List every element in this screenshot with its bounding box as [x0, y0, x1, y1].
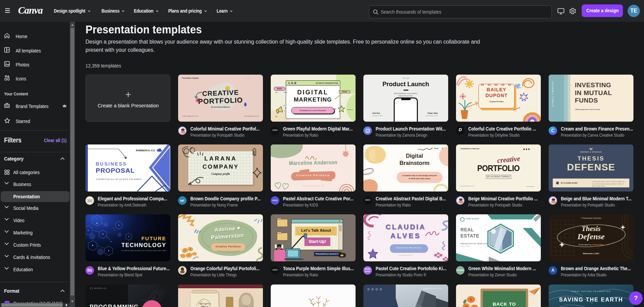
svg-text:Canva: Canva [18, 5, 43, 16]
